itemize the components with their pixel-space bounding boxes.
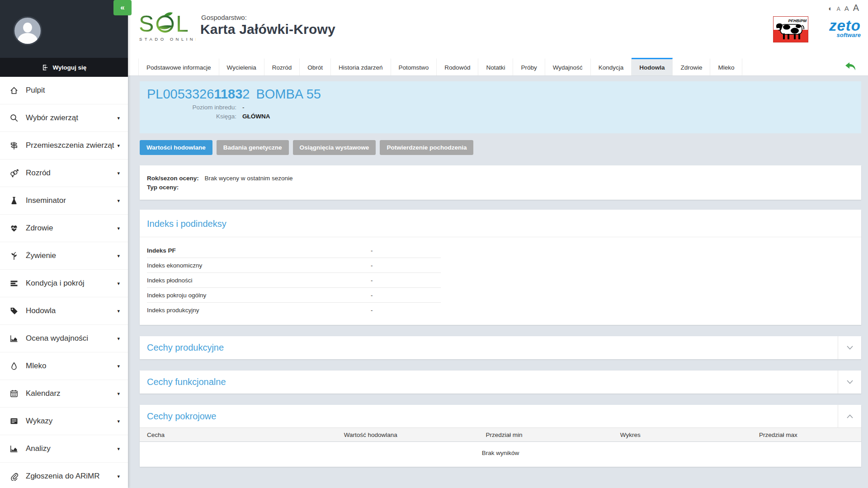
font-size-large-button[interactable]: A	[853, 3, 859, 13]
index-value: -	[371, 307, 373, 314]
tab-proby[interactable]: Próby	[513, 58, 545, 75]
svg-text:L: L	[176, 11, 189, 37]
svg-text:S: S	[139, 11, 154, 37]
tab-wycielenia[interactable]: Wycielenia	[219, 58, 264, 75]
tab-potomstwo[interactable]: Potomstwo	[391, 58, 437, 75]
cechy-produkcyjne-title: Cechy produkcyjne	[140, 336, 838, 359]
contrast-icon[interactable]: ◐	[829, 5, 833, 12]
back-arrow-icon[interactable]	[844, 62, 856, 73]
sidebar-item-zgloszenia-arimr[interactable]: Zgłoszenia do ARiMR ▾	[0, 463, 128, 488]
topbar: S L STADO ONLINE Gospodarstwo: Karta Jał…	[128, 0, 868, 58]
index-label: Indeks produkcyjny	[147, 307, 371, 314]
animal-id-prefix: PL0053326	[147, 87, 214, 101]
droplet-icon	[9, 361, 19, 371]
chevron-down-icon: ▾	[117, 418, 120, 424]
sidebar-item-label: Inseminator	[26, 196, 66, 205]
season-value: Brak wyceny w ostatnim sezonie	[205, 175, 293, 182]
chevron-down-icon: ▾	[117, 253, 120, 259]
sidebar-item-analizy[interactable]: Analizy ▾	[0, 435, 128, 463]
cechy-pokrojowe-header: Cechy pokrojowe	[140, 405, 861, 427]
book-label: Księga:	[147, 113, 236, 120]
chevron-down-icon	[847, 346, 853, 350]
sol-logo[interactable]: S L STADO ONLINE	[139, 10, 196, 45]
sidebar-item-ocena-wydajnosci[interactable]: Ocena wydajności ▾	[0, 325, 128, 352]
tab-wydajnosc[interactable]: Wydajność	[545, 58, 591, 75]
type-row: Typ oceny:	[147, 183, 854, 192]
avatar-silhouette-body	[18, 33, 38, 45]
farm-label: Gospodarstwo:	[201, 14, 247, 21]
type-label: Typ oceny:	[147, 184, 179, 191]
sidebar: « Wyloguj się Pulpit	[0, 0, 128, 488]
tab-podstawowe-informacje[interactable]: Podstawowe informacje	[138, 58, 219, 75]
book-row: Księga: GŁÓWNA	[147, 113, 854, 120]
zeto-logo[interactable]: zeto software	[829, 19, 861, 38]
content: PL005332611832BOMBA 55 Poziom inbredu: -…	[128, 76, 868, 488]
sidebar-item-mleko[interactable]: Mleko ▾	[0, 352, 128, 380]
sidebar-item-label: Ocena wydajności	[26, 334, 88, 343]
sidebar-item-rozrod[interactable]: Rozród ▾	[0, 160, 128, 187]
badania-genetyczne-button[interactable]: Badania genetyczne	[217, 140, 289, 155]
sidebar-item-label: Przemieszczenia zwierząt	[26, 141, 114, 150]
column-header-wykres: Wykres	[566, 432, 695, 438]
sidebar-item-zywienie[interactable]: Żywienie ▾	[0, 242, 128, 270]
chevron-up-icon	[847, 414, 853, 418]
wartosci-hodowlane-button[interactable]: Wartości hodowlane	[140, 140, 212, 155]
main-area: S L STADO ONLINE Gospodarstwo: Karta Jał…	[128, 0, 868, 488]
sidebar-item-wybor-zwierzat[interactable]: Wybór zwierząt ▾	[0, 104, 128, 132]
bars-icon	[9, 278, 19, 288]
table-row: Indeks PF -	[147, 243, 441, 258]
sidebar-item-przemieszczenia[interactable]: Przemieszczenia zwierząt ▾	[0, 132, 128, 160]
expand-section-button[interactable]	[838, 371, 861, 394]
calendar-icon	[9, 389, 19, 399]
chevron-down-icon: ▾	[117, 446, 120, 452]
sidebar-item-wykazy[interactable]: Wykazy ▾	[0, 408, 128, 435]
tab-hodowla[interactable]: Hodowla	[632, 58, 673, 75]
tab-kondycja[interactable]: Kondycja	[591, 58, 632, 75]
avatar[interactable]	[13, 16, 42, 45]
table-row: Indeks pokroju ogólny -	[147, 288, 441, 303]
sidebar-item-zdrowie[interactable]: Zdrowie ▾	[0, 215, 128, 242]
sidebar-item-pulpit[interactable]: Pulpit	[0, 77, 128, 104]
tab-rodowod[interactable]: Rodowód	[437, 58, 478, 75]
collapse-section-button[interactable]	[838, 405, 861, 427]
paperclip-icon	[9, 471, 19, 481]
chevron-down-icon: ▾	[117, 336, 120, 342]
sidebar-collapse-button[interactable]: «	[113, 0, 132, 15]
sidebar-item-label: Żywienie	[26, 251, 56, 260]
animal-info-panel: PL005332611832BOMBA 55 Poziom inbredu: -…	[140, 81, 861, 133]
tab-mleko[interactable]: Mleko	[710, 58, 742, 75]
sidebar-user-area: «	[0, 0, 128, 58]
tab-historia-zdarzen[interactable]: Historia zdarzeń	[331, 58, 391, 75]
chevron-down-icon: ▾	[117, 474, 120, 479]
sidebar-item-label: Kalendarz	[26, 389, 61, 398]
sidebar-item-kalendarz[interactable]: Kalendarz ▾	[0, 380, 128, 408]
column-header-przedzial-min: Przedział min	[443, 432, 565, 438]
sidebar-item-kondycja[interactable]: Kondycja i pokrój ▾	[0, 270, 128, 297]
potwierdzenie-pochodzenia-button[interactable]: Potwierdzenie pochodzenia	[380, 140, 473, 155]
font-size-medium-button[interactable]: A	[844, 5, 849, 12]
indexes-panel: Indeks i podindeksy Indeks PF - Indeks e…	[140, 210, 861, 325]
logout-icon	[42, 64, 48, 71]
expand-section-button[interactable]	[838, 336, 861, 359]
tab-notatki[interactable]: Notatki	[478, 58, 513, 75]
cechy-funkcjonalne-title: Cechy funkcjonalne	[140, 371, 838, 394]
font-size-small-button[interactable]: A	[837, 6, 840, 12]
sidebar-item-inseminator[interactable]: Inseminator ▾	[0, 187, 128, 215]
index-value: -	[371, 277, 373, 284]
sidebar-item-hodowla[interactable]: Hodowla ▾	[0, 297, 128, 325]
tab-rozrod[interactable]: Rozród	[264, 58, 300, 75]
home-icon	[9, 85, 19, 95]
sidebar-item-label: Zdrowie	[26, 224, 53, 233]
pfhbipm-logo[interactable]: PFHBiPM	[773, 16, 808, 44]
table-header-row: Cecha Wartość hodowlana Przedział min Wy…	[140, 427, 861, 442]
tab-zdrowie[interactable]: Zdrowie	[673, 58, 710, 75]
app-window: « Wyloguj się Pulpit	[0, 0, 868, 488]
logout-button[interactable]: Wyloguj się	[0, 58, 128, 77]
sidebar-item-label: Pulpit	[26, 86, 45, 95]
tab-obrot[interactable]: Obrót	[300, 58, 331, 75]
signpost-icon	[9, 141, 19, 150]
chevron-down-icon: ▾	[117, 170, 120, 176]
osiagniecia-wystawowe-button[interactable]: Osiągnięcia wystawowe	[293, 140, 376, 155]
logo-subtitle: STADO ONLINE	[139, 37, 196, 42]
chevron-down-icon: ▾	[117, 198, 120, 204]
